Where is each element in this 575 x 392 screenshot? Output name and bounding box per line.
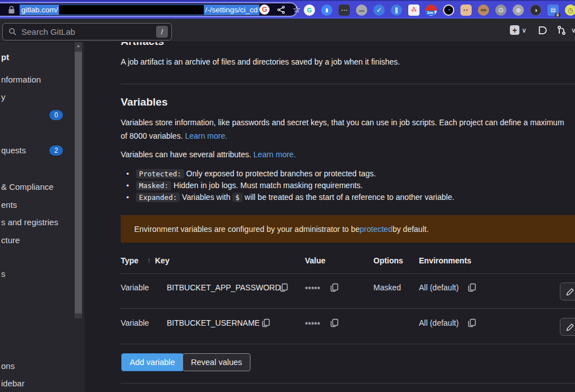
ci-cd-settings-content: Artifacts A job artifact is an archive o… bbox=[84, 42, 575, 392]
column-header-value: Value bbox=[305, 256, 326, 265]
section-divider bbox=[121, 383, 575, 384]
new-menu-chevron-icon[interactable]: ∨ bbox=[522, 26, 527, 34]
address-bar[interactable]: gitlab.com/ /-/settings/ci_cd G ☆ bbox=[0, 2, 298, 17]
timer-extension-icon[interactable]: 3m bbox=[426, 4, 437, 16]
variable-options-cell: Masked bbox=[373, 283, 401, 292]
column-header-environments: Environments bbox=[419, 256, 471, 265]
attributes-line: Variables can have several attributes. L… bbox=[121, 149, 296, 160]
scrollbar-up-arrow[interactable]: ▲ bbox=[75, 43, 82, 48]
pencil-icon bbox=[566, 288, 574, 296]
protected-link[interactable]: protected bbox=[360, 225, 393, 234]
merge-requests-count-badge: 2 bbox=[49, 145, 63, 156]
variables-section-title: Variables bbox=[121, 96, 167, 108]
column-header-type: Type bbox=[121, 256, 139, 265]
url-suffix: /-/settings/ci_cd bbox=[205, 6, 258, 14]
folder-extension-icon[interactable]: ▬ bbox=[356, 4, 367, 16]
copy-value-icon[interactable] bbox=[330, 318, 339, 327]
lock-icon[interactable] bbox=[8, 6, 15, 14]
sidebar-item-repository[interactable]: y bbox=[1, 92, 6, 102]
url-prefix: gitlab.com/ bbox=[21, 6, 58, 14]
url-text[interactable]: gitlab.com/ /-/settings/ci_cd bbox=[20, 4, 259, 15]
merge-requests-icon[interactable] bbox=[556, 25, 567, 38]
bookmark-extension-icon[interactable]: ▮ bbox=[321, 4, 332, 16]
user-menu-chevron-icon[interactable]: ∨ bbox=[571, 26, 575, 34]
menu-extension-icon[interactable]: ⋯ bbox=[339, 4, 350, 16]
search-shortcut-kbd: / bbox=[156, 26, 168, 38]
column-header-options: Options bbox=[373, 256, 403, 265]
tab-badge: 3 bbox=[555, 13, 560, 17]
pause-extension-icon[interactable]: ∥ bbox=[391, 4, 402, 16]
variable-type-cell: Variable bbox=[121, 283, 149, 292]
sidebar-item-deployments[interactable]: ents bbox=[1, 200, 17, 209]
table-row-divider bbox=[121, 308, 575, 309]
sidebar-item-packages-registries[interactable]: s and registries bbox=[1, 217, 58, 227]
project-sidebar: pt nformation y 0 quests 2 & Compliance … bbox=[0, 42, 84, 392]
clock-lock-extension-icon[interactable]: ◑ bbox=[530, 4, 541, 16]
url-redaction bbox=[59, 5, 204, 15]
clock-extension-icon[interactable]: ◔ bbox=[443, 4, 454, 16]
bullet-masked: • Masked: Hidden in job logs. Must match… bbox=[126, 181, 363, 190]
artifacts-section-title: Artifacts bbox=[121, 42, 164, 48]
protected-code-chip: Protected: bbox=[136, 169, 184, 179]
new-menu-button[interactable]: + bbox=[510, 25, 519, 35]
sidebar-item-operations[interactable]: ons bbox=[1, 361, 15, 371]
copy-key-icon[interactable] bbox=[279, 283, 288, 292]
share-icon[interactable] bbox=[277, 6, 285, 14]
owl-extension-icon[interactable]: oo bbox=[478, 4, 489, 16]
scrollbar-thumb[interactable] bbox=[75, 52, 82, 313]
gray-extension-icon[interactable]: ⊛ bbox=[513, 4, 524, 16]
browser-toolbar: gitlab.com/ /-/settings/ci_cd G ☆ G ▮ ⋯ … bbox=[0, 0, 575, 19]
sidebar-item-merge-requests[interactable]: quests bbox=[1, 145, 26, 155]
search-input[interactable]: Search GitLab / bbox=[2, 23, 172, 40]
variable-value-cell: ***** bbox=[305, 285, 320, 294]
check-extension-icon[interactable]: ✓ bbox=[373, 4, 385, 16]
power-extension-icon[interactable]: ⊙ bbox=[495, 4, 506, 16]
screen: gitlab.com/ /-/settings/ci_cd G ☆ G ▮ ⋯ … bbox=[0, 0, 575, 392]
copy-key-icon[interactable] bbox=[261, 318, 270, 327]
variables-description-line1: Variables store information, like passwo… bbox=[121, 117, 564, 128]
bookmark-star-icon[interactable]: ☆ bbox=[293, 5, 300, 14]
reveal-values-button[interactable]: Reveal values bbox=[182, 353, 250, 371]
sidebar-item-project[interactable]: pt bbox=[1, 52, 9, 62]
sidebar-item-analytics[interactable]: s bbox=[1, 269, 6, 279]
learn-more-link[interactable]: Learn more. bbox=[185, 131, 227, 140]
variable-key-cell: BITBUCKET_APP_PASSWORD bbox=[167, 283, 281, 292]
tab-extension-icon[interactable]: ▤ 3 bbox=[547, 4, 559, 16]
sort-ascending-icon[interactable]: ↑ bbox=[147, 256, 151, 265]
bullet-protected: • Protected: Only exposed to protected b… bbox=[126, 169, 376, 178]
artifacts-description: A job artifact is an archive of files an… bbox=[121, 56, 400, 67]
yellow-clock-extension-icon[interactable]: ◷ bbox=[565, 4, 575, 16]
column-header-key[interactable]: Key bbox=[155, 256, 170, 265]
sidebar-item-security-compliance[interactable]: & Compliance bbox=[1, 182, 53, 192]
copy-environment-icon[interactable] bbox=[467, 318, 476, 327]
robot-extension-icon[interactable]: •• bbox=[460, 4, 472, 16]
sidebar-item-infrastructure[interactable]: cture bbox=[1, 235, 20, 245]
sidebar-item-project-information[interactable]: nformation bbox=[1, 75, 41, 84]
issues-icon[interactable] bbox=[537, 25, 547, 38]
extension-icons: G ▮ ⋯ ▬ ✓ ∥ ⁂ 3m ◔ •• oo ⊙ ⊛ ◑ ▤ 3 ◷ bbox=[304, 4, 575, 16]
collapse-sidebar-button[interactable]: idebar bbox=[1, 379, 25, 388]
sidebar-scrollbar: ▲ bbox=[75, 42, 82, 318]
section-divider bbox=[121, 84, 575, 84]
table-row-divider bbox=[121, 344, 575, 344]
edit-variable-button[interactable] bbox=[560, 318, 575, 336]
attributes-learn-more-link[interactable]: Learn more. bbox=[253, 150, 295, 159]
variable-value-cell: ***** bbox=[305, 320, 320, 329]
red-extension-icon[interactable]: ⁂ bbox=[408, 4, 419, 16]
google-search-icon[interactable]: G bbox=[259, 4, 270, 15]
variable-environments-cell: All (default) bbox=[419, 283, 459, 292]
masked-code-chip: Masked: bbox=[136, 181, 171, 190]
dollar-code-chip: $ bbox=[232, 193, 243, 202]
copy-environment-icon[interactable] bbox=[467, 283, 476, 292]
variable-environments-cell: All (default) bbox=[419, 318, 459, 327]
copy-value-icon[interactable] bbox=[330, 283, 339, 292]
search-placeholder: Search GitLab bbox=[21, 27, 75, 37]
variable-type-cell: Variable bbox=[121, 318, 149, 327]
timer-badge: 3m bbox=[426, 11, 435, 15]
grammarly-extension-icon[interactable]: G bbox=[304, 4, 315, 16]
edit-variable-button[interactable] bbox=[560, 282, 575, 300]
search-icon bbox=[8, 28, 17, 36]
add-variable-button[interactable]: Add variable bbox=[121, 353, 184, 371]
table-header-divider bbox=[121, 274, 575, 274]
variables-description-line2: of 8000 variables. Learn more. bbox=[121, 130, 227, 142]
